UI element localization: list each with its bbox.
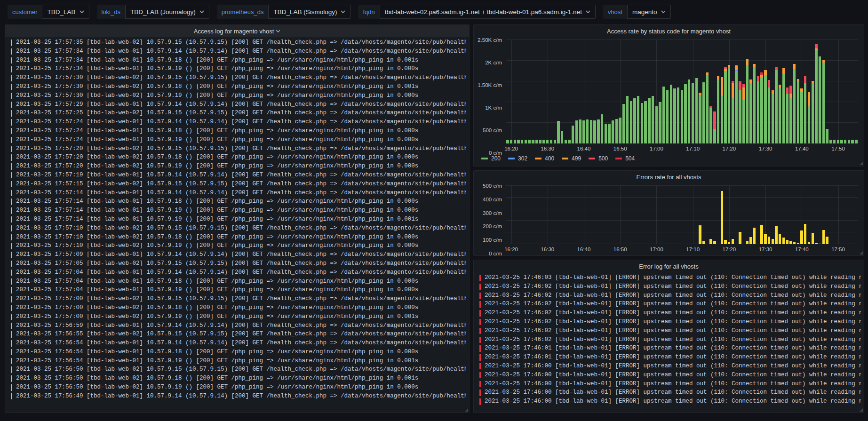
- log-line[interactable]: 2021-03-25 17:57:30 [tbd-lab-web-02] 10.…: [11, 84, 466, 90]
- log-line[interactable]: 2021-03-25 17:56:50 [tbd-lab-web-02] 10.…: [11, 366, 466, 373]
- access-rate-panel-header[interactable]: Access rate by status code for magento v…: [474, 25, 864, 37]
- stacked-bar: [709, 40, 712, 143]
- log-line[interactable]: 2021-03-25 17:57:15 [tbd-lab-web-02] 10.…: [11, 181, 466, 188]
- variable-value-customer[interactable]: TBD_LAB: [42, 5, 89, 19]
- bar-segment-200: [709, 108, 712, 143]
- log-line[interactable]: 2021-03-25 17:46:00 [tbd-lab-web-01] [ER…: [479, 389, 861, 396]
- bar-slot: [673, 40, 677, 143]
- panel-title[interactable]: Access log for magento vhost: [194, 28, 274, 35]
- bar-segment-200: [550, 140, 552, 143]
- bar-segment-200: [579, 119, 581, 143]
- log-line[interactable]: 2021-03-25 17:56:54 [tbd-lab-web-01] 10.…: [11, 349, 466, 356]
- variable-value-fqdn[interactable]: tbd-lab-web-02.pa6.sadm.ig-1.net + tbd-l…: [380, 5, 596, 19]
- log-line[interactable]: 2021-03-25 17:57:10 [tbd-lab-web-02] 10.…: [11, 243, 466, 249]
- bar-slot: [626, 40, 629, 143]
- stacked-bar: [535, 186, 538, 244]
- log-line[interactable]: 2021-03-25 17:57:35 [tbd-lab-web-02] 10.…: [11, 40, 466, 46]
- log-line[interactable]: 2021-03-25 17:57:34 [tbd-lab-web-01] 10.…: [11, 48, 466, 55]
- log-line[interactable]: 2021-03-25 17:56:54 [tbd-lab-web-01] 10.…: [11, 340, 466, 347]
- log-line[interactable]: 2021-03-25 17:46:00 [tbd-lab-web-01] [ER…: [479, 381, 861, 388]
- log-line[interactable]: 2021-03-25 17:46:01 [tbd-lab-web-01] [ER…: [479, 345, 861, 352]
- variable-label-vhost[interactable]: vhost: [603, 5, 627, 19]
- log-line[interactable]: 2021-03-25 17:46:02 [tbd-lab-web-01] [ER…: [479, 310, 861, 317]
- bar-segment-200: [724, 71, 726, 143]
- log-line[interactable]: 2021-03-25 17:57:30 [tbd-lab-web-02] 10.…: [11, 93, 466, 99]
- log-line[interactable]: 2021-03-25 17:46:03 [tbd-lab-web-01] [ER…: [479, 275, 861, 281]
- stacked-bar: [532, 186, 534, 244]
- log-line[interactable]: 2021-03-25 17:57:05 [tbd-lab-web-02] 10.…: [11, 261, 466, 267]
- errors-rate-panel-header[interactable]: Errors rate for all vhosts: [474, 171, 864, 183]
- variable-label-prometheus-ds[interactable]: prometheus_ds: [217, 5, 269, 19]
- variable-label-customer[interactable]: customer: [8, 5, 42, 19]
- log-line[interactable]: 2021-03-25 17:57:10 [tbd-lab-web-02] 10.…: [11, 225, 466, 232]
- legend-item-400[interactable]: 400: [535, 155, 554, 162]
- error-log-panel-header[interactable]: Error log for all vhosts: [474, 260, 864, 272]
- bar-segment-errors: [702, 241, 705, 244]
- log-line[interactable]: 2021-03-25 17:56:50 [tbd-lab-web-02] 10.…: [11, 384, 466, 391]
- bar-slot: [582, 186, 586, 244]
- panel-title[interactable]: Errors rate for all vhosts: [637, 174, 701, 181]
- legend-item-504[interactable]: 504: [615, 155, 635, 162]
- log-line[interactable]: 2021-03-25 17:57:00 [tbd-lab-web-02] 10.…: [11, 305, 466, 311]
- bar-segment-500: [713, 111, 716, 129]
- log-line[interactable]: 2021-03-25 17:57:00 [tbd-lab-web-02] 10.…: [11, 314, 466, 320]
- log-line[interactable]: 2021-03-25 17:57:34 [tbd-lab-web-01] 10.…: [11, 66, 466, 72]
- log-line[interactable]: 2021-03-25 17:56:59 [tbd-lab-web-01] 10.…: [11, 323, 466, 329]
- legend-item-499[interactable]: 499: [562, 155, 581, 162]
- variable-label-fqdn[interactable]: fqdn: [358, 5, 379, 19]
- log-line[interactable]: 2021-03-25 17:46:02 [tbd-lab-web-01] [ER…: [479, 319, 861, 326]
- log-line[interactable]: 2021-03-25 17:57:29 [tbd-lab-web-01] 10.…: [11, 102, 466, 108]
- log-line[interactable]: 2021-03-25 17:57:09 [tbd-lab-web-01] 10.…: [11, 252, 466, 258]
- log-line[interactable]: 2021-03-25 17:46:02 [tbd-lab-web-01] [ER…: [479, 301, 861, 308]
- log-line[interactable]: 2021-03-25 17:46:01 [tbd-lab-web-01] [ER…: [479, 354, 861, 361]
- stacked-bar: [764, 186, 766, 244]
- variable-value-vhost[interactable]: magento: [627, 5, 671, 19]
- panel-title[interactable]: Error log for all vhosts: [639, 263, 698, 270]
- variable-value-prometheus-ds[interactable]: TBD_LAB (Sismology): [268, 5, 350, 19]
- variable-label-loki-ds[interactable]: loki_ds: [97, 5, 125, 19]
- legend-item-500[interactable]: 500: [589, 155, 608, 162]
- legend-item-302[interactable]: 302: [508, 155, 527, 162]
- log-line[interactable]: 2021-03-25 17:56:55 [tbd-lab-web-02] 10.…: [11, 331, 466, 338]
- legend-item-200[interactable]: 200: [481, 155, 501, 162]
- log-line[interactable]: 2021-03-25 17:46:02 [tbd-lab-web-01] [ER…: [479, 337, 861, 343]
- stacked-bar: [633, 186, 636, 244]
- variable-value-loki-ds[interactable]: TBD_LAB (Journalogy): [125, 5, 209, 19]
- log-line[interactable]: 2021-03-25 17:57:24 [tbd-lab-web-01] 10.…: [11, 119, 466, 126]
- log-line[interactable]: 2021-03-25 17:57:14 [tbd-lab-web-01] 10.…: [11, 216, 466, 223]
- stacked-bar: [775, 186, 777, 244]
- log-line[interactable]: 2021-03-25 17:57:30 [tbd-lab-web-02] 10.…: [11, 75, 466, 81]
- log-line[interactable]: 2021-03-25 17:46:02 [tbd-lab-web-01] [ER…: [479, 293, 861, 299]
- log-line[interactable]: 2021-03-25 17:57:34 [tbd-lab-web-01] 10.…: [11, 57, 466, 64]
- log-line[interactable]: 2021-03-25 17:57:14 [tbd-lab-web-01] 10.…: [11, 207, 466, 214]
- log-line[interactable]: 2021-03-25 17:57:19 [tbd-lab-web-01] 10.…: [11, 172, 466, 179]
- log-line[interactable]: 2021-03-25 17:57:04 [tbd-lab-web-01] 10.…: [11, 278, 466, 285]
- bar-slot: [767, 186, 771, 244]
- log-line[interactable]: 2021-03-25 17:57:04 [tbd-lab-web-01] 10.…: [11, 270, 466, 276]
- log-line[interactable]: 2021-03-25 17:57:24 [tbd-lab-web-01] 10.…: [11, 128, 466, 135]
- stacked-bar: [833, 186, 836, 244]
- log-line[interactable]: 2021-03-25 17:57:14 [tbd-lab-web-01] 10.…: [11, 190, 466, 197]
- access-log-panel-header[interactable]: Access log for magento vhost: [5, 25, 469, 37]
- log-line[interactable]: 2021-03-25 17:46:02 [tbd-lab-web-01] [ER…: [479, 328, 861, 334]
- log-line[interactable]: 2021-03-25 17:57:14 [tbd-lab-web-01] 10.…: [11, 199, 466, 205]
- bar-slot: [513, 40, 517, 143]
- log-line[interactable]: 2021-03-25 17:57:04 [tbd-lab-web-01] 10.…: [11, 287, 466, 294]
- panel-title[interactable]: Access rate by status code for magento v…: [607, 28, 731, 35]
- log-line[interactable]: 2021-03-25 17:57:10 [tbd-lab-web-02] 10.…: [11, 234, 466, 241]
- log-line[interactable]: 2021-03-25 17:57:20 [tbd-lab-web-02] 10.…: [11, 146, 466, 152]
- log-line[interactable]: 2021-03-25 17:56:54 [tbd-lab-web-01] 10.…: [11, 358, 466, 365]
- log-line[interactable]: 2021-03-25 17:57:20 [tbd-lab-web-02] 10.…: [11, 154, 466, 161]
- log-line[interactable]: 2021-03-25 17:56:50 [tbd-lab-web-02] 10.…: [11, 375, 466, 382]
- bar-segment-200: [775, 70, 777, 143]
- log-line[interactable]: 2021-03-25 17:46:00 [tbd-lab-web-01] [ER…: [479, 398, 861, 405]
- log-line[interactable]: 2021-03-25 17:57:00 [tbd-lab-web-02] 10.…: [11, 296, 466, 302]
- bar-slot: [589, 40, 593, 143]
- log-line[interactable]: 2021-03-25 17:56:49 [tbd-lab-web-01] 10.…: [11, 393, 466, 400]
- log-line[interactable]: 2021-03-25 17:46:02 [tbd-lab-web-01] [ER…: [479, 284, 861, 290]
- log-line[interactable]: 2021-03-25 17:57:20 [tbd-lab-web-02] 10.…: [11, 163, 466, 170]
- log-line[interactable]: 2021-03-25 17:46:00 [tbd-lab-web-01] [ER…: [479, 372, 861, 379]
- log-line[interactable]: 2021-03-25 17:46:00 [tbd-lab-web-01] [ER…: [479, 363, 861, 370]
- log-line[interactable]: 2021-03-25 17:57:25 [tbd-lab-web-02] 10.…: [11, 110, 466, 117]
- log-line[interactable]: 2021-03-25 17:57:24 [tbd-lab-web-01] 10.…: [11, 137, 466, 143]
